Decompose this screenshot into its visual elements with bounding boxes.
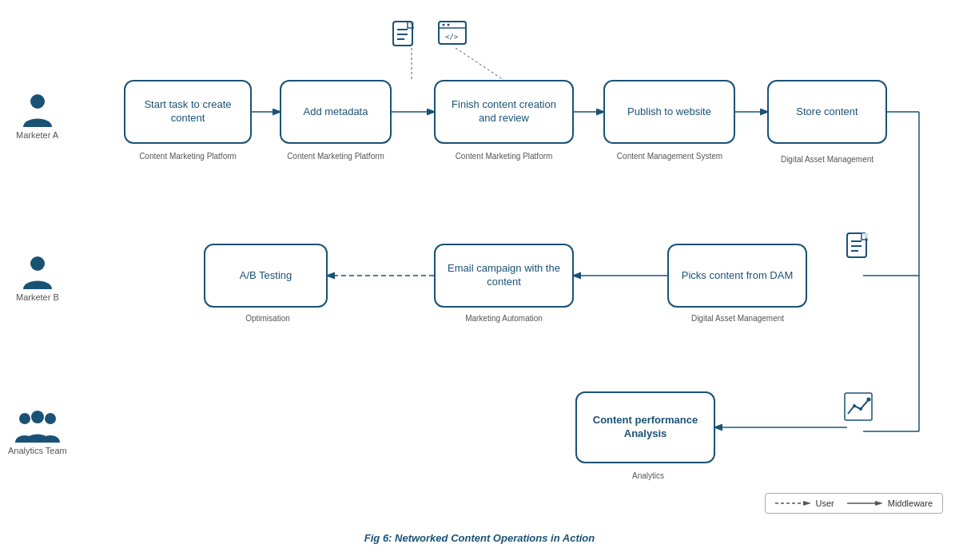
svg-point-28 [19, 413, 30, 424]
svg-point-37 [867, 398, 871, 402]
document-icon [392, 20, 419, 58]
box-publish-website: Publish to website [603, 80, 735, 144]
svg-point-39 [859, 407, 862, 411]
svg-point-30 [31, 411, 44, 423]
box-content-analytics: Content performance Analysis [575, 391, 715, 463]
legend-middleware: Middleware [847, 498, 933, 508]
svg-point-27 [30, 256, 45, 271]
analytics-team-label: Analytics Team [8, 446, 67, 455]
legend-user: User [775, 498, 834, 508]
dam-doc-icon [846, 232, 873, 269]
diagram-caption: Fig 6: Networked Content Operations in A… [364, 532, 595, 544]
box-store-content: Store content [767, 80, 887, 144]
system-label-start: Content Marketing Platform [124, 152, 252, 161]
marketer-b-label: Marketer B [16, 292, 59, 302]
actor-marketer-a: Marketer A [16, 92, 58, 140]
box-picks-dam: Picks content from DAM [667, 244, 807, 308]
code-icon: </> [437, 20, 468, 54]
system-label-store: Digital Asset Management [763, 155, 891, 164]
analytics-chart-icon [843, 391, 873, 427]
box-finish-content: Finish content creation and review [434, 80, 574, 144]
svg-text:</>: </> [445, 33, 459, 41]
system-label-ab: Optimisation [224, 314, 312, 323]
marketer-b-icon [22, 254, 54, 292]
svg-marker-41 [803, 501, 811, 506]
actor-marketer-b: Marketer B [16, 254, 59, 302]
svg-point-38 [853, 404, 856, 407]
legend: User Middleware [765, 493, 943, 514]
system-label-metadata: Content Marketing Platform [272, 152, 400, 161]
system-label-publish: Content Management System [598, 152, 742, 161]
svg-point-26 [30, 94, 45, 109]
svg-rect-36 [845, 393, 872, 420]
svg-point-29 [45, 413, 56, 424]
actor-analytics-team: Analytics Team [8, 407, 67, 455]
box-ab-testing: A/B Testing [204, 244, 328, 308]
system-label-email: Marketing Automation [446, 314, 562, 323]
svg-marker-35 [862, 233, 868, 240]
marketer-a-label: Marketer A [16, 130, 58, 140]
system-label-picks: Digital Asset Management [670, 314, 806, 323]
svg-marker-43 [875, 501, 883, 506]
system-label-finish: Content Marketing Platform [434, 152, 574, 161]
box-email-campaign: Email campaign with the content [434, 244, 574, 308]
diagram-container: </> Marketer A Marketer B Analytics Team [0, 0, 959, 560]
analytics-team-icon [15, 407, 60, 446]
box-add-metadata: Add metadata [280, 80, 392, 144]
svg-point-23 [443, 24, 445, 26]
box-start-task: Start task to create content [124, 80, 252, 144]
system-label-analytics: Analytics [612, 471, 684, 480]
svg-point-24 [448, 24, 450, 26]
marketer-a-icon [22, 92, 54, 130]
